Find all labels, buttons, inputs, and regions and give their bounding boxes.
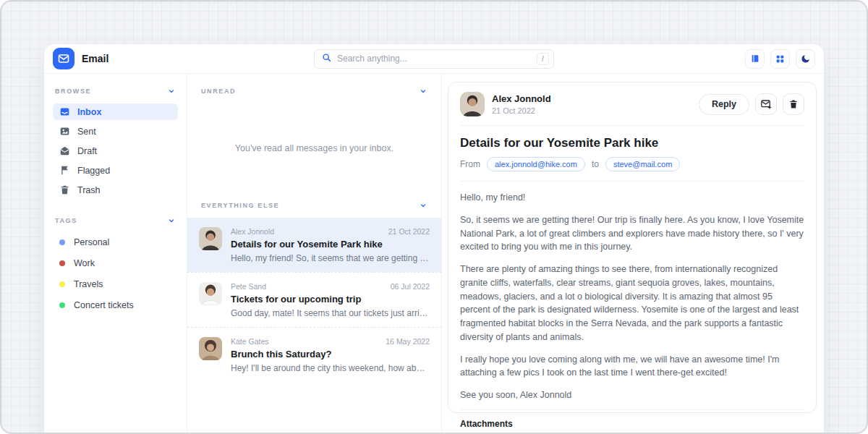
sidebar-item-draft[interactable]: Draft (53, 142, 178, 159)
tag-item-travels[interactable]: Travels (53, 275, 178, 293)
mail-date: 21 Oct 2022 (388, 227, 430, 236)
detail-actions: Reply (699, 93, 804, 115)
mail-sender: Alex Jonnold (231, 227, 274, 236)
tags-section: TAGS Personal Work (53, 216, 178, 314)
detail-date: 21 Oct 2022 (492, 106, 551, 115)
mail-sender: Kate Gates (231, 337, 269, 346)
to-label: to (592, 159, 599, 169)
tag-label: Travels (74, 279, 103, 289)
sidebar-item-trash[interactable]: Trash (53, 182, 178, 198)
dark-mode-button[interactable] (796, 49, 815, 69)
topbar-actions (745, 49, 815, 69)
mail-preview: Good day, mate! It seems that our ticket… (231, 308, 430, 318)
envelope-plus-icon (760, 98, 772, 110)
tag-item-work[interactable]: Work (53, 254, 178, 272)
chevron-down-icon (167, 216, 176, 225)
avatar (199, 282, 222, 305)
email-detail-header: Alex Jonnold 21 Oct 2022 Reply (460, 92, 804, 126)
unread-section-header[interactable]: UNREAD (187, 87, 441, 95)
app-brand: Email (53, 48, 109, 69)
email-detail-card: Alex Jonnold 21 Oct 2022 Reply (448, 82, 817, 413)
chevron-down-icon (167, 87, 176, 95)
from-email-chip[interactable]: alex.jonnold@hike.com (487, 157, 585, 171)
tag-label: Personal (74, 237, 109, 247)
search-shortcut-badge: / (537, 53, 549, 65)
sidebar-item-label: Inbox (77, 107, 101, 117)
tag-label: Concert tickets (74, 300, 134, 310)
from-to-row: From alex.jonnold@hike.com to steve@mail… (460, 157, 804, 182)
mail-subject: Brunch this Saturday? (231, 349, 430, 359)
tag-item-personal[interactable]: Personal (53, 233, 178, 251)
detail-sender-name: Alex Jonnold (492, 93, 551, 104)
sent-icon (59, 126, 70, 137)
message-list-column: UNREAD You've read all messages in your … (187, 74, 442, 433)
tags-section-header[interactable]: TAGS (53, 216, 178, 225)
list-item-email-pete[interactable]: Pete Sand 06 Jul 2022 Tickets for our up… (187, 272, 441, 327)
mail-sender: Pete Sand (231, 282, 266, 291)
email-body: Hello, my friend! So, it seems we are ge… (460, 191, 804, 410)
book-button[interactable] (745, 49, 765, 69)
chevron-down-icon (419, 87, 427, 95)
sidebar-item-label: Draft (77, 146, 97, 156)
detail-area: Alex Jonnold 21 Oct 2022 Reply (442, 74, 824, 433)
inbox-icon (59, 106, 70, 117)
browse-label: BROWSE (55, 88, 91, 95)
list-item-email-kate[interactable]: Kate Gates 16 May 2022 Brunch this Satur… (187, 327, 441, 382)
avatar (199, 227, 222, 250)
chevron-down-icon (419, 201, 427, 210)
book-icon (750, 54, 760, 64)
search-bar[interactable]: / (314, 49, 554, 69)
body-paragraph: See you soon, Alex Jonnold (460, 388, 804, 402)
email-subject: Details for our Yosemite Park hike (460, 136, 804, 150)
to-email-chip[interactable]: steve@mail.com (605, 157, 680, 171)
mail-date: 16 May 2022 (386, 337, 430, 346)
mail-subject: Tickets for our upcoming trip (231, 294, 430, 305)
sidebar-item-inbox[interactable]: Inbox (53, 103, 178, 120)
sidebar-item-label: Trash (77, 185, 101, 195)
body-paragraph: I really hope you love coming along with… (460, 353, 804, 380)
tag-label: Work (74, 258, 95, 268)
from-label: From (460, 159, 480, 169)
trash-icon (59, 184, 70, 195)
search-input[interactable] (337, 54, 531, 64)
tag-color-dot (59, 281, 65, 287)
body-paragraph: Hello, my friend! (460, 191, 804, 205)
everything-else-label: EVERYTHING ELSE (201, 202, 279, 209)
avatar (460, 92, 485, 116)
avatar (199, 337, 222, 360)
delete-mail-button[interactable] (783, 93, 804, 115)
mail-subject: Details for our Yosemite Park hike (231, 239, 430, 250)
moon-icon (801, 54, 811, 64)
tag-color-dot (59, 302, 65, 308)
tag-color-dot (59, 260, 65, 266)
mail-date: 06 Jul 2022 (391, 282, 430, 291)
reply-button[interactable]: Reply (699, 94, 749, 115)
body-paragraph: So, it seems we are getting there! Our t… (460, 213, 804, 254)
tags-label: TAGS (55, 217, 77, 224)
sidebar-item-sent[interactable]: Sent (53, 123, 178, 140)
tag-color-dot (59, 239, 65, 245)
unread-label: UNREAD (201, 88, 236, 95)
forward-mail-button[interactable] (755, 93, 777, 115)
search-icon (322, 52, 331, 65)
tag-item-concert-tickets[interactable]: Concert tickets (53, 296, 178, 314)
apps-grid-button[interactable] (770, 49, 790, 69)
browse-section-header[interactable]: BROWSE (53, 87, 178, 95)
email-logo-icon (53, 48, 75, 69)
attachments-label: Attachments (460, 419, 804, 429)
demo-frame: Email / (0, 0, 868, 434)
grid-icon (775, 54, 785, 64)
attachments-section: Attachments (460, 419, 804, 433)
mail-preview: Hello, my friend! So, it seems that we a… (231, 253, 430, 263)
sidebar-item-flagged[interactable]: Flagged (53, 162, 178, 179)
list-item-email-alex[interactable]: Alex Jonnold 21 Oct 2022 Details for our… (187, 218, 441, 272)
mail-preview: Hey! I'll be around the city this weeken… (231, 363, 430, 373)
topbar: Email / (44, 44, 824, 74)
browse-nav: Inbox Sent Draft Flagged (53, 103, 178, 198)
draft-icon (59, 145, 70, 156)
everything-else-section-header[interactable]: EVERYTHING ELSE (187, 201, 441, 210)
tags-nav: Personal Work Travels Concert ticke (53, 233, 178, 314)
mail-list: Alex Jonnold 21 Oct 2022 Details for our… (187, 218, 441, 382)
flag-icon (59, 165, 70, 176)
sidebar-item-label: Sent (77, 127, 96, 137)
